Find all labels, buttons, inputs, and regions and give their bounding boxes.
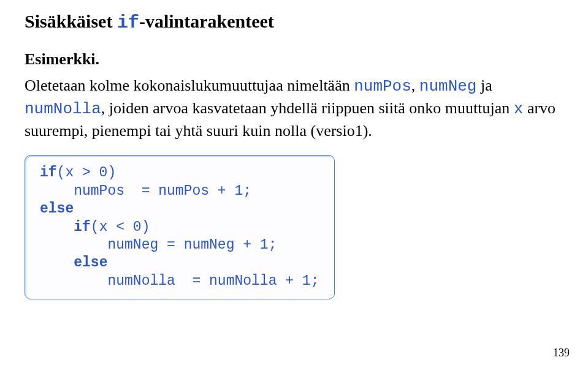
code-block: if(x > 0) numPos = numPos + 1; else if(x… bbox=[40, 164, 322, 290]
page-title: Sisäkkäiset if-valintarakenteet bbox=[25, 11, 563, 33]
code-kw-else-1: else bbox=[40, 201, 74, 217]
code-kw-if-2: if bbox=[74, 219, 91, 235]
code-l6-indent bbox=[40, 255, 74, 271]
title-text-2: -valintarakenteet bbox=[139, 11, 274, 31]
code-kw-else-2: else bbox=[74, 255, 107, 271]
body-mid1: ja bbox=[476, 77, 492, 94]
code-kw-if-1: if bbox=[40, 165, 57, 181]
example-label: Esimerkki. bbox=[25, 50, 563, 69]
body-paragraph: Oletetaan kolme kokonaislukumuuttujaa ni… bbox=[25, 75, 563, 141]
code-l7: numNolla = numNolla + 1; bbox=[40, 273, 319, 289]
code-l1-rest: (x > 0) bbox=[57, 165, 116, 181]
code-l4-rest: (x < 0) bbox=[91, 219, 150, 235]
code-l4-indent bbox=[40, 219, 74, 235]
body-part1: Oletetaan kolme kokonaislukumuuttujaa ni… bbox=[25, 77, 354, 94]
title-text-1: Sisäkkäiset bbox=[25, 11, 117, 31]
body-mono-1: numPos bbox=[354, 77, 411, 96]
body-mid2: , joiden arvoa kasvatetaan yhdellä riipp… bbox=[101, 99, 514, 117]
code-l5: numNeg = numNeg + 1; bbox=[40, 237, 277, 253]
code-box: if(x > 0) numPos = numPos + 1; else if(x… bbox=[25, 155, 335, 299]
body-sep1: , bbox=[411, 77, 419, 94]
body-mono-3: numNolla bbox=[25, 100, 101, 118]
body-mono-2: numNeg bbox=[419, 77, 477, 96]
title-mono: if bbox=[117, 12, 139, 33]
code-l2: numPos = numPos + 1; bbox=[40, 183, 251, 199]
body-mono-4: x bbox=[514, 100, 524, 118]
page-number: 139 bbox=[553, 347, 570, 359]
